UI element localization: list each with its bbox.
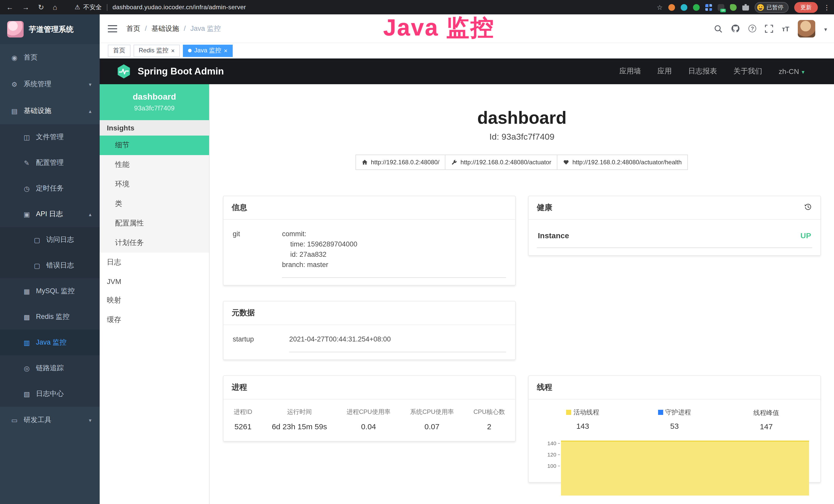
sba-nav-caches[interactable]: 缓存	[100, 310, 209, 330]
sidebar-item-home[interactable]: 首页	[0, 44, 100, 71]
emoji-face-icon	[757, 4, 764, 10]
sidebar-item-dev-tools[interactable]: 研发工具	[0, 407, 100, 433]
tab-redis-monitor[interactable]: Redis 监控	[134, 44, 180, 57]
sidebar-item-label: 定时任务	[36, 184, 64, 193]
sba-nav-section: Insights	[100, 120, 209, 136]
sidebar-item-access-logs[interactable]: 访问日志	[0, 227, 100, 253]
threads-chart: 140 120 100	[537, 439, 812, 475]
update-button[interactable]: 更新	[794, 2, 818, 13]
avatar-caret-icon[interactable]	[824, 24, 827, 33]
sidebar-item-label: 日志中心	[36, 389, 64, 398]
card-title: 健康	[537, 203, 552, 212]
sidebar-item-config-mgmt[interactable]: 配置管理	[0, 150, 100, 176]
sba-menu-wall[interactable]: 应用墙	[619, 67, 641, 76]
sba-nav-metrics[interactable]: 性能	[100, 155, 209, 175]
sidebar-item-label: MySQL 监控	[36, 287, 75, 296]
process-col-label: 进程ID	[234, 408, 252, 416]
sba-menu-journal[interactable]: 日志报表	[688, 67, 717, 76]
breadcrumb-separator	[184, 25, 186, 32]
sidebar-item-system[interactable]: 系统管理	[0, 71, 100, 97]
sba-nav-logs[interactable]: 日志	[100, 253, 209, 272]
tab-home[interactable]: 首页	[108, 44, 130, 57]
sba-nav-jvm[interactable]: JVM	[100, 272, 209, 291]
sba-sidebar: dashboard 93a3fc7f7409 Insights 细节 性能 环境…	[100, 84, 210, 504]
sidebar-item-scheduled-jobs[interactable]: 定时任务	[0, 176, 100, 201]
sidebar-item-redis-monitor[interactable]: Redis 监控	[0, 304, 100, 330]
extension-leaf-icon[interactable]	[730, 4, 737, 10]
annotation-overlay: Java 监控	[383, 12, 495, 43]
sba-main: dashboard Id: 93a3fc7f7409 http://192.16…	[210, 84, 834, 504]
java-monitor-icon	[23, 339, 31, 346]
sidebar-item-log-center[interactable]: 日志中心	[0, 381, 100, 407]
app-title: 芋道管理系统	[29, 24, 73, 34]
tab-label: Redis 监控	[139, 46, 169, 55]
link-label: http://192.168.0.2:48080/actuator	[461, 159, 551, 166]
paused-label: 已暂停	[766, 3, 784, 11]
profile-paused-chip[interactable]: 已暂停	[755, 2, 789, 13]
font-size-icon[interactable]	[782, 24, 789, 33]
help-icon[interactable]	[748, 25, 756, 32]
hamburger-icon[interactable]	[108, 28, 117, 29]
mysql-icon	[23, 287, 31, 295]
github-icon[interactable]	[731, 24, 740, 33]
breadcrumb-home[interactable]: 首页	[126, 24, 140, 33]
instance-name: dashboard	[104, 92, 205, 102]
security-chip[interactable]: 不安全	[74, 3, 102, 12]
process-col: 进程ID 5261	[234, 408, 252, 431]
search-icon[interactable]	[714, 24, 722, 32]
sidebar-item-label: Java 监控	[36, 338, 67, 347]
reload-icon[interactable]	[38, 3, 44, 11]
history-icon[interactable]	[804, 203, 812, 212]
locale-select[interactable]: zh-CN	[779, 67, 805, 75]
sba-header: Spring Boot Admin 应用墙 应用 日志报表 关于我们 zh-CN	[100, 59, 834, 84]
tab-label: 首页	[113, 46, 125, 55]
legend-blue-swatch	[658, 410, 663, 415]
sidebar-item-api-logs[interactable]: API 日志	[0, 201, 100, 227]
extensions-puzzle-icon[interactable]	[742, 4, 749, 10]
sidebar-item-error-logs[interactable]: 错误日志	[0, 253, 100, 278]
edit-icon	[23, 159, 31, 167]
bookmark-star-icon[interactable]	[657, 3, 663, 11]
sba-nav-scheduled-tasks[interactable]: 计划任务	[100, 233, 209, 253]
y-axis-tick: 120	[537, 451, 556, 458]
sba-nav-configprops[interactable]: 配置属性	[100, 214, 209, 233]
back-icon[interactable]	[6, 3, 13, 11]
sba-logo-icon[interactable]	[116, 64, 132, 79]
close-icon[interactable]	[171, 47, 175, 54]
user-avatar[interactable]	[798, 20, 815, 37]
close-icon[interactable]	[224, 47, 227, 54]
legend-yellow-swatch	[566, 410, 571, 415]
sidebar-item-trace[interactable]: 链路追踪	[0, 356, 100, 381]
browser-menu-icon[interactable]	[824, 3, 830, 11]
sba-nav-classes[interactable]: 类	[100, 194, 209, 214]
app-logo[interactable]: 芋道管理系统	[0, 15, 100, 44]
extension-orange-icon[interactable]	[668, 4, 675, 10]
sba-menu-about[interactable]: 关于我们	[733, 67, 762, 76]
instance-header[interactable]: dashboard 93a3fc7f7409	[100, 84, 209, 120]
metadata-key: startup	[233, 334, 289, 352]
sba-nav-environment[interactable]: 环境	[100, 175, 209, 194]
sidebar-item-infra[interactable]: 基础设施	[0, 97, 100, 124]
home-icon[interactable]	[53, 3, 57, 11]
locale-label: zh-CN	[779, 67, 799, 75]
sba-nav-mappings[interactable]: 映射	[100, 291, 209, 310]
forward-icon[interactable]	[22, 3, 29, 11]
extension-green-icon[interactable]	[693, 4, 700, 10]
tab-java-monitor[interactable]: Java 监控	[183, 44, 233, 57]
extension-proxy-on-icon[interactable]	[718, 4, 724, 10]
fullscreen-icon[interactable]	[765, 24, 773, 32]
address-bar[interactable]: dashboard.yudao.iocoder.cn/infra/admin-s…	[112, 4, 246, 11]
sba-menu-applications[interactable]: 应用	[658, 67, 672, 76]
legend-value: 147	[721, 422, 812, 431]
health-url-link[interactable]: http://192.168.0.2:48080/actuator/health	[557, 155, 688, 170]
service-url-link[interactable]: http://192.168.0.2:48080/	[355, 155, 446, 170]
sba-nav-details[interactable]: 细节	[100, 136, 209, 155]
actuator-url-link[interactable]: http://192.168.0.2:48080/actuator	[445, 155, 557, 170]
extension-teal-icon[interactable]	[681, 4, 687, 10]
breadcrumb-section[interactable]: 基础设施	[152, 24, 179, 33]
legend-item-live: 活动线程 143	[537, 408, 629, 431]
extension-grid-icon[interactable]	[705, 4, 712, 10]
sidebar-item-java-monitor[interactable]: Java 监控	[0, 330, 100, 356]
sidebar-item-file-mgmt[interactable]: 文件管理	[0, 124, 100, 150]
sidebar-item-mysql-monitor[interactable]: MySQL 监控	[0, 278, 100, 304]
